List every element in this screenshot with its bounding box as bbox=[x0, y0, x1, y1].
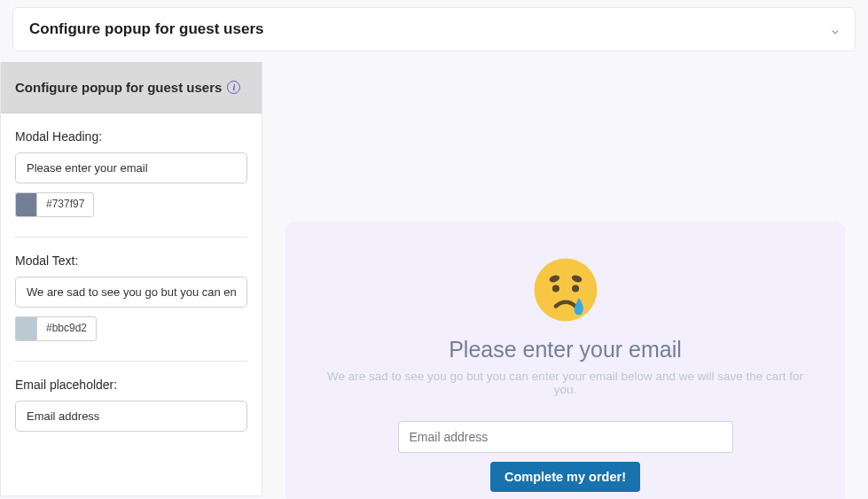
preview-heading: Please enter your email bbox=[321, 337, 809, 363]
modal-text-color-picker[interactable]: #bbc9d2 bbox=[15, 316, 247, 341]
email-placeholder-input[interactable] bbox=[15, 401, 247, 432]
sidebar-header: Configure popup for guest users i bbox=[1, 62, 262, 113]
preview-email-input[interactable] bbox=[398, 421, 733, 453]
svg-point-0 bbox=[534, 258, 597, 321]
modal-heading-color-picker[interactable]: #737f97 bbox=[15, 192, 247, 217]
sidebar-title: Configure popup for guest users bbox=[15, 80, 222, 95]
color-swatch-icon[interactable] bbox=[15, 316, 36, 341]
popup-preview: Please enter your email We are sad to se… bbox=[285, 222, 845, 499]
main-layout: Configure popup for guest users i Modal … bbox=[0, 62, 868, 499]
field-modal-text: Modal Text: #bbc9d2 bbox=[15, 253, 247, 362]
chevron-down-icon[interactable]: ⌵ bbox=[832, 23, 839, 36]
modal-text-color-hex[interactable]: #bbc9d2 bbox=[36, 316, 97, 341]
modal-heading-label: Modal Heading: bbox=[15, 129, 247, 144]
email-placeholder-label: Email placeholder: bbox=[15, 378, 247, 392]
sad-face-icon bbox=[533, 257, 598, 323]
field-modal-heading: Modal Heading: #737f97 bbox=[15, 129, 247, 238]
field-email-placeholder: Email placeholder: bbox=[15, 378, 247, 451]
modal-text-label: Modal Text: bbox=[15, 253, 247, 268]
config-sidebar: Configure popup for guest users i Modal … bbox=[0, 62, 262, 496]
color-swatch-icon[interactable] bbox=[15, 192, 36, 217]
preview-area: Please enter your email We are sad to se… bbox=[262, 62, 868, 499]
modal-text-input[interactable] bbox=[15, 277, 247, 308]
modal-heading-input[interactable] bbox=[15, 152, 247, 183]
svg-point-4 bbox=[572, 285, 579, 292]
svg-point-3 bbox=[551, 285, 559, 292]
page-title: Configure popup for guest users bbox=[29, 20, 263, 38]
preview-text: We are sad to see you go but you can ent… bbox=[321, 370, 809, 396]
info-icon[interactable]: i bbox=[227, 81, 240, 94]
complete-order-button[interactable]: Complete my order! bbox=[490, 462, 640, 492]
page-header[interactable]: Configure popup for guest users ⌵ bbox=[12, 7, 856, 51]
modal-heading-color-hex[interactable]: #737f97 bbox=[36, 192, 94, 217]
form-section: Modal Heading: #737f97 Modal Text: #bbc9… bbox=[1, 113, 262, 451]
